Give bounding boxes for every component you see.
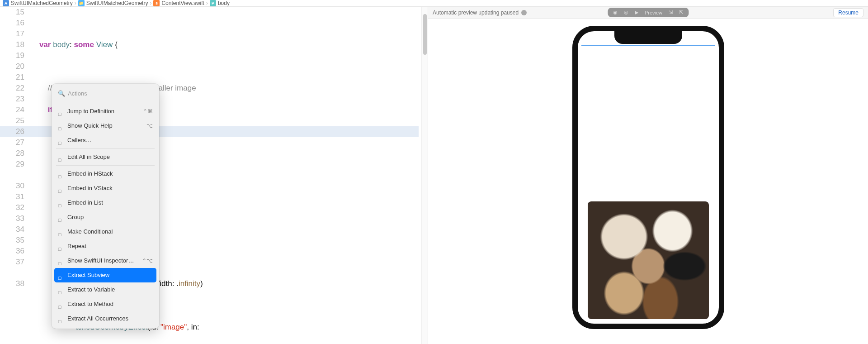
breadcrumb-label: body (218, 0, 230, 6)
menu-shortcut: ⌃⌘ (143, 106, 153, 117)
phone-selection-marker (581, 45, 715, 47)
menu-item-icon: ▢ (58, 186, 64, 191)
menu-item[interactable]: ▢Edit All in Scope (54, 150, 156, 164)
line-number: 18 (0, 39, 24, 50)
line-number (0, 170, 24, 181)
menu-item-label: Embed in List (67, 197, 103, 208)
code-line: var body: some View { (31, 39, 428, 50)
actions-search[interactable]: 🔍 Actions (54, 86, 156, 102)
line-number: 34 (0, 224, 24, 235)
breadcrumb-seg[interactable]: sContentView.swift (153, 0, 204, 6)
menu-item-label: Jump to Definition (67, 106, 114, 117)
menu-item[interactable]: ▢Extract Subview (54, 268, 156, 282)
menu-item-icon: ▢ (58, 301, 64, 307)
menu-item[interactable]: ▢Extract to Variable (54, 282, 156, 297)
line-number: 30 (0, 181, 24, 191)
menu-item[interactable]: ▢Show SwiftUI Inspector…⌃⌥ (54, 253, 156, 268)
line-gutter: 1516171819202122232425262728293031323334… (0, 7, 31, 344)
menu-item-label: Extract to Method (67, 299, 113, 310)
export-icon: ⇱ (679, 10, 683, 15)
send-icon: ⇲ (669, 10, 673, 15)
breadcrumb-label: ContentView.swift (161, 0, 204, 6)
chevron-icon: › (75, 0, 76, 6)
line-number: 37 (0, 257, 24, 268)
line-number: 31 (0, 191, 24, 202)
menu-item[interactable]: ▢Make Conditional (54, 225, 156, 239)
menu-item[interactable]: ▢Embed in VStack (54, 181, 156, 196)
line-number: 22 (0, 83, 24, 94)
menu-item-label: Repeat (67, 241, 86, 252)
line-number: 21 (0, 72, 24, 83)
line-number: 23 (0, 94, 24, 105)
breadcrumb[interactable]: ASwiftUIMatchedGeometry › 📁SwiftUIMatche… (0, 0, 868, 7)
actions-popup: 🔍 Actions ▢Jump to Definition⌃⌘▢Show Qui… (52, 84, 159, 329)
chevron-icon: › (150, 0, 151, 6)
breadcrumb-seg[interactable]: ASwiftUIMatchedGeometry (3, 0, 73, 6)
menu-item-icon: ▢ (58, 258, 64, 264)
menu-item-icon: ▢ (58, 272, 64, 278)
preview-label: Preview (645, 10, 662, 15)
editor-scrollbar[interactable] (421, 7, 428, 344)
menu-item[interactable]: ▢Repeat (54, 239, 156, 253)
resume-button[interactable]: Resume (833, 8, 863, 17)
line-number: 26 (0, 126, 24, 137)
menu-item[interactable]: ▢Extract to Method (54, 297, 156, 311)
separator (56, 103, 155, 103)
code-editor[interactable]: 1516171819202122232425262728293031323334… (0, 7, 428, 344)
menu-item-icon: ▢ (58, 123, 64, 129)
latte-image (588, 201, 709, 319)
separator (56, 165, 155, 166)
line-number: 36 (0, 246, 24, 257)
code-line (31, 18, 428, 29)
menu-item-label: Make Conditional (67, 226, 113, 237)
line-number: 32 (0, 202, 24, 213)
menu-item[interactable]: ▢Jump to Definition⌃⌘ (54, 104, 156, 119)
menu-item-icon: ▢ (58, 215, 64, 220)
line-number: 20 (0, 61, 24, 72)
code-line (31, 61, 428, 72)
menu-item-label: Show Quick Help (67, 120, 113, 131)
swift-icon: s (153, 0, 160, 6)
main-area: 1516171819202122232425262728293031323334… (0, 7, 868, 344)
preview-pane: Automatic preview updating paused Resume… (428, 7, 868, 344)
menu-item-icon: ▢ (58, 244, 64, 249)
menu-item[interactable]: ▢Extract All Occurrences (54, 311, 156, 326)
line-number: 17 (0, 29, 24, 39)
phone-preview[interactable] (572, 26, 724, 329)
play-icon: ▶ (635, 10, 638, 15)
menu-item-label: Callers… (67, 135, 91, 146)
menu-item-label: Extract to Variable (67, 284, 115, 295)
menu-item[interactable]: ▢Embed in HStack (54, 167, 156, 181)
line-number: 38 (0, 278, 24, 289)
line-number: 29 (0, 159, 24, 170)
breadcrumb-seg[interactable]: Pbody (210, 0, 230, 6)
actions-placeholder: Actions (68, 88, 87, 99)
line-number: 15 (0, 7, 24, 18)
menu-item-icon: ▢ (58, 138, 64, 143)
menu-item[interactable]: ▢Show Quick Help⌥ (54, 119, 156, 133)
breadcrumb-seg[interactable]: 📁SwiftUIMatchedGeometry (78, 0, 148, 6)
menu-item-icon: ▢ (58, 287, 64, 293)
breadcrumb-label: SwiftUIMatchedGeometry (11, 0, 73, 6)
menu-item[interactable]: ▢Embed in List (54, 196, 156, 210)
menu-item-label: Group (67, 212, 84, 223)
separator (56, 148, 155, 149)
line-number (0, 268, 24, 278)
line-number: 33 (0, 213, 24, 224)
menu-item-label: Show SwiftUI Inspector… (67, 255, 134, 266)
menu-item[interactable]: ▢Group (54, 210, 156, 225)
breadcrumb-label: SwiftUIMatchedGeometry (86, 0, 148, 6)
phone-notch (614, 31, 682, 44)
info-icon[interactable] (521, 10, 527, 15)
menu-item-icon: ▢ (58, 109, 64, 115)
preview-tool-pill[interactable]: ◉ ◎ ▶ Preview ⇲ ⇱ (608, 8, 689, 17)
menu-shortcut: ⌃⌥ (142, 255, 153, 266)
property-icon: P (210, 0, 216, 6)
line-number: 35 (0, 235, 24, 246)
menu-item-icon: ▢ (58, 316, 64, 322)
menu-item-label: Embed in HStack (67, 168, 113, 179)
menu-item[interactable]: ▢Callers… (54, 133, 156, 148)
folder-icon: 📁 (78, 0, 85, 6)
chevron-icon: › (206, 0, 208, 6)
scrollbar-thumb[interactable] (423, 14, 427, 55)
